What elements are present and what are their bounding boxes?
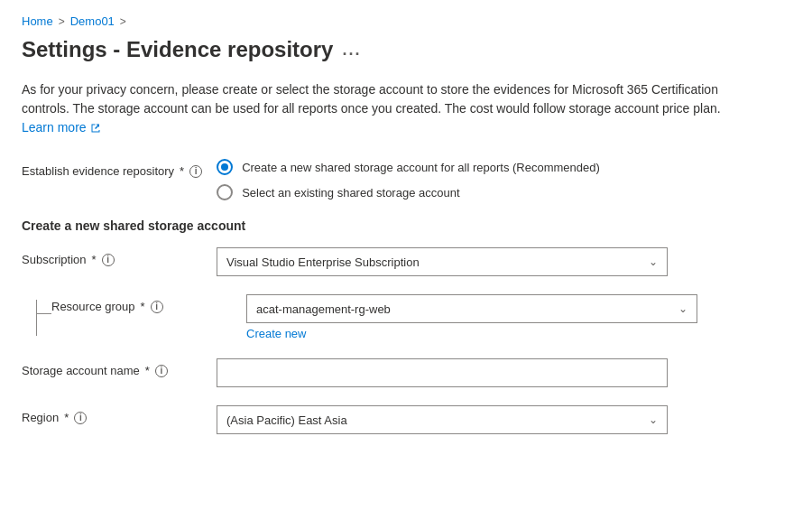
resource-group-info-icon[interactable]: i	[151, 301, 163, 313]
storage-account-row: Storage account name * i	[22, 358, 790, 387]
resource-group-dropdown[interactable]: acat-management-rg-web ⌄	[246, 294, 697, 323]
external-link-icon	[90, 123, 101, 134]
resource-group-wrapper: Resource group * i acat-management-rg-we…	[36, 294, 790, 340]
breadcrumb-home[interactable]: Home	[22, 14, 53, 28]
create-new-link[interactable]: Create new	[246, 327, 697, 340]
subscription-dropdown[interactable]: Visual Studio Enterprise Subscription ⌄	[217, 247, 668, 276]
form-section: Establish evidence repository * i Create…	[22, 159, 790, 434]
establish-repo-label-text: Establish evidence repository	[22, 164, 174, 178]
subscription-label: Subscription * i	[22, 247, 202, 266]
radio-existing[interactable]	[217, 184, 233, 200]
establish-repo-label: Establish evidence repository * i	[22, 159, 202, 178]
breadcrumb-demo[interactable]: Demo01	[70, 14, 115, 28]
region-row: Region * i (Asia Pacific) East Asia ⌄	[22, 405, 790, 434]
breadcrumb: Home > Demo01 >	[22, 14, 790, 28]
subscription-required: *	[92, 253, 97, 266]
region-label: Region * i	[22, 405, 202, 424]
radio-create-new[interactable]	[217, 159, 233, 175]
option-create-new-label: Create a new shared storage account for …	[242, 161, 600, 174]
region-info-icon[interactable]: i	[74, 412, 87, 424]
page-title: Settings - Evidence repository	[22, 37, 333, 62]
storage-account-info-icon[interactable]: i	[155, 365, 168, 377]
resource-group-label-text: Resource group	[51, 300, 135, 313]
resource-group-control: acat-management-rg-web ⌄ Create new	[246, 294, 697, 340]
create-section-title: Create a new shared storage account	[22, 218, 790, 233]
option-existing-label: Select an existing shared storage accoun…	[242, 186, 459, 200]
establish-repo-info-icon[interactable]: i	[189, 165, 202, 178]
resource-group-required: *	[141, 300, 145, 313]
region-label-text: Region	[22, 411, 59, 424]
learn-more-link[interactable]: Learn more	[22, 118, 101, 137]
resource-group-row: Resource group * i acat-management-rg-we…	[51, 294, 697, 340]
option-existing[interactable]: Select an existing shared storage accoun…	[217, 184, 790, 200]
subscription-label-text: Subscription	[22, 253, 87, 266]
tree-line	[36, 294, 51, 336]
resource-group-dropdown-arrow: ⌄	[678, 302, 687, 315]
page-title-row: Settings - Evidence repository ...	[22, 37, 790, 62]
option-create-new[interactable]: Create a new shared storage account for …	[217, 159, 790, 175]
establish-repo-options: Create a new shared storage account for …	[217, 159, 790, 200]
subscription-info-icon[interactable]: i	[102, 254, 115, 266]
storage-account-label: Storage account name * i	[22, 358, 202, 377]
storage-account-label-text: Storage account name	[22, 364, 140, 377]
establish-repo-required: *	[180, 164, 184, 178]
description-block: As for your privacy concern, please crea…	[22, 80, 761, 137]
subscription-row: Subscription * i Visual Studio Enterpris…	[22, 247, 790, 276]
description-text: As for your privacy concern, please crea…	[22, 82, 721, 116]
breadcrumb-sep2: >	[120, 15, 126, 28]
region-value: (Asia Pacific) East Asia	[226, 413, 347, 427]
storage-account-required: *	[145, 364, 150, 377]
region-required: *	[64, 411, 69, 424]
subscription-control: Visual Studio Enterprise Subscription ⌄	[217, 247, 668, 276]
region-dropdown[interactable]: (Asia Pacific) East Asia ⌄	[217, 405, 668, 434]
learn-more-label: Learn more	[22, 118, 87, 137]
breadcrumb-sep1: >	[59, 15, 65, 28]
resource-group-label: Resource group * i	[51, 294, 232, 313]
resource-group-value: acat-management-rg-web	[256, 302, 391, 316]
region-dropdown-arrow: ⌄	[649, 413, 658, 426]
subscription-dropdown-arrow: ⌄	[649, 255, 658, 268]
storage-account-input[interactable]	[217, 358, 668, 387]
subscription-value: Visual Studio Enterprise Subscription	[226, 255, 420, 269]
page-title-menu[interactable]: ...	[342, 41, 361, 60]
establish-repo-row: Establish evidence repository * i Create…	[22, 159, 790, 200]
